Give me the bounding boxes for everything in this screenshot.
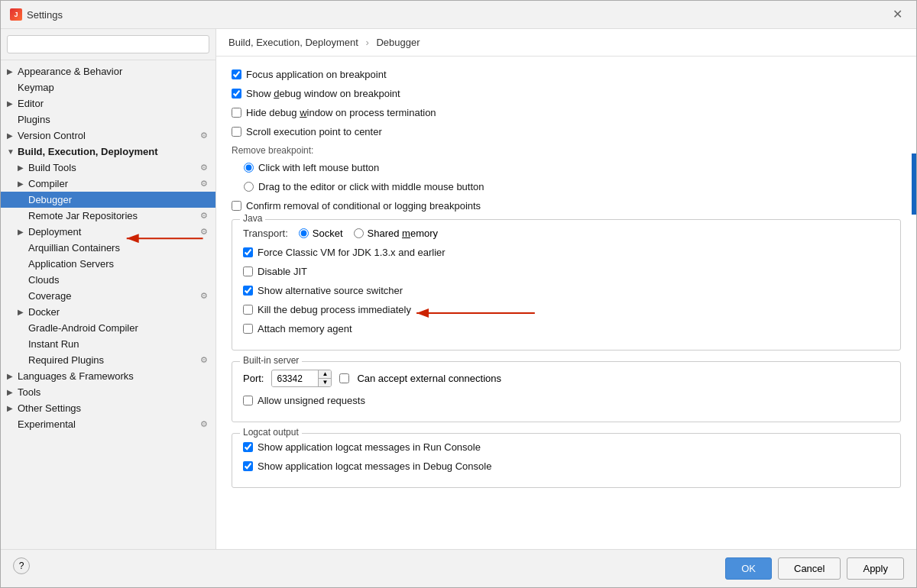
drag-editor-radio[interactable] [244,182,254,192]
sidebar-item-debugger[interactable]: Debugger [1,192,215,208]
allow-unsigned-checkbox[interactable] [243,396,253,405]
sidebar-item-app-servers[interactable]: Application Servers [1,256,215,272]
attach-memory-label[interactable]: Attach memory agent [258,323,352,334]
kill-debug-label[interactable]: Kill the debug process immediately [258,304,411,315]
attach-memory-checkbox[interactable] [243,324,253,334]
sidebar-item-deployment[interactable]: ▶ Deployment ⚙ [1,224,215,240]
sidebar-item-other-settings[interactable]: ▶ Other Settings [1,400,215,416]
hide-debug-window-checkbox[interactable] [232,108,241,118]
search-input[interactable] [7,35,209,53]
socket-label[interactable]: Socket [313,228,343,239]
sidebar-item-label: Debugger [28,194,209,205]
show-alt-source-row: Show alternative source switcher [243,285,889,296]
hide-debug-window-row: Hide debug window on process termination [232,107,901,118]
scroll-indicator [912,153,916,215]
force-classic-label[interactable]: Force Classic VM for JDK 1.3.x and earli… [258,247,446,258]
shared-memory-radio[interactable] [354,228,364,238]
confirm-removal-label[interactable]: Confirm removal of conditional or loggin… [246,200,481,212]
sidebar-item-tools[interactable]: ▶ Tools [1,384,215,400]
kill-debug-checkbox[interactable] [243,305,253,315]
sidebar: ▶ Appearance & Behavior Keymap ▶ Editor … [1,29,216,549]
sidebar-item-experimental[interactable]: Experimental ⚙ [1,416,215,432]
sidebar-item-label: Appearance & Behavior [18,66,209,77]
scroll-exec-checkbox[interactable] [232,127,241,137]
can-accept-checkbox[interactable] [339,373,349,383]
sidebar-item-arquillian[interactable]: Arquillian Containers [1,240,215,256]
window-title: Settings [27,9,63,21]
show-debug-window-label[interactable]: Show debug window on breakpoint [246,88,400,99]
sidebar-item-version-control[interactable]: ▶ Version Control ⚙ [1,128,215,144]
sidebar-item-label: Languages & Frameworks [18,370,209,382]
drag-editor-label[interactable]: Drag to the editor or click with middle … [258,181,484,192]
logcat-debug-checkbox[interactable] [243,461,253,471]
apply-button[interactable]: Apply [847,557,904,580]
sidebar-item-editor[interactable]: ▶ Editor [1,95,215,111]
sidebar-item-required-plugins[interactable]: Required Plugins ⚙ [1,352,215,368]
expand-arrow-tools: ▶ [7,388,18,396]
scroll-exec-label[interactable]: Scroll execution point to center [246,126,382,137]
show-debug-window-checkbox[interactable] [232,89,241,99]
allow-unsigned-label[interactable]: Allow unsigned requests [258,395,365,406]
disable-jit-checkbox[interactable] [243,267,253,276]
logcat-debug-row: Show application logcat messages in Debu… [243,460,889,472]
sidebar-item-label: Experimental [18,418,199,430]
show-alt-source-checkbox[interactable] [243,286,253,296]
confirm-removal-checkbox[interactable] [232,201,241,211]
close-button[interactable]: ✕ [888,7,907,22]
sidebar-item-label: Compiler [28,178,199,189]
click-left-label[interactable]: Click with left mouse button [258,162,379,173]
socket-radio[interactable] [299,228,309,238]
force-classic-checkbox[interactable] [243,247,253,257]
logcat-run-label[interactable]: Show application logcat messages in Run … [258,441,481,453]
focus-app-label[interactable]: Focus application on breakpoint [246,69,387,80]
breadcrumb: Build, Execution, Deployment › Debugger [216,29,916,57]
settings-content: Focus application on breakpoint Show deb… [216,57,916,549]
sidebar-item-languages[interactable]: ▶ Languages & Frameworks [1,368,215,384]
sidebar-item-keymap[interactable]: Keymap [1,79,215,95]
sidebar-item-docker[interactable]: ▶ Docker [1,304,215,320]
sidebar-item-compiler[interactable]: ▶ Compiler ⚙ [1,176,215,192]
sidebar-item-label: Instant Run [28,338,209,350]
sidebar-item-gradle-android[interactable]: Gradle-Android Compiler [1,320,215,336]
sidebar-item-clouds[interactable]: Clouds [1,272,215,288]
sidebar-item-instant-run[interactable]: Instant Run [1,336,215,352]
hide-debug-window-label[interactable]: Hide debug window on process termination [246,107,436,118]
help-button[interactable]: ? [13,557,30,574]
transport-row: Transport: Socket Shared memory [243,228,889,239]
drag-editor-row: Drag to the editor or click with middle … [244,181,901,192]
click-left-radio[interactable] [244,163,254,173]
config-icon: ⚙ [199,291,209,302]
arrow-spacer [18,276,28,284]
breadcrumb-separator: › [365,37,368,48]
logcat-debug-label[interactable]: Show application logcat messages in Debu… [258,460,491,472]
sidebar-item-coverage[interactable]: Coverage ⚙ [1,288,215,304]
arrow-spacer [7,420,18,428]
ok-button[interactable]: OK [725,557,772,580]
arrow-spacer [18,244,28,252]
sidebar-item-plugins[interactable]: Plugins [1,111,215,128]
shared-memory-label[interactable]: Shared memory [368,228,439,239]
config-icon: ⚙ [199,227,209,237]
port-down-button[interactable]: ▼ [319,379,331,386]
show-alt-source-label[interactable]: Show alternative source switcher [258,285,403,296]
search-box [1,29,215,60]
sidebar-item-build-execution[interactable]: ▼ Build, Execution, Deployment [1,144,215,160]
logcat-run-checkbox[interactable] [243,442,253,452]
force-classic-row: Force Classic VM for JDK 1.3.x and earli… [243,247,889,258]
cancel-button[interactable]: Cancel [778,557,841,580]
sidebar-tree: ▶ Appearance & Behavior Keymap ▶ Editor … [1,60,215,549]
port-input[interactable] [272,371,318,386]
expand-arrow-other: ▶ [7,404,18,412]
kill-debug-row: Kill the debug process immediately [243,304,889,315]
disable-jit-label[interactable]: Disable JIT [258,266,307,277]
logcat-section: Logcat output Show application logcat me… [232,433,901,488]
sidebar-item-build-tools[interactable]: ▶ Build Tools ⚙ [1,160,215,176]
sidebar-item-remote-jar[interactable]: Remote Jar Repositories ⚙ [1,208,215,224]
focus-app-checkbox[interactable] [232,69,241,79]
sidebar-item-label: Arquillian Containers [28,242,209,254]
sidebar-item-appearance[interactable]: ▶ Appearance & Behavior [1,63,215,79]
port-up-button[interactable]: ▲ [319,370,331,379]
can-accept-label[interactable]: Can accept external connections [357,373,501,384]
logcat-run-row: Show application logcat messages in Run … [243,441,889,453]
java-section-title: Java [240,213,265,224]
